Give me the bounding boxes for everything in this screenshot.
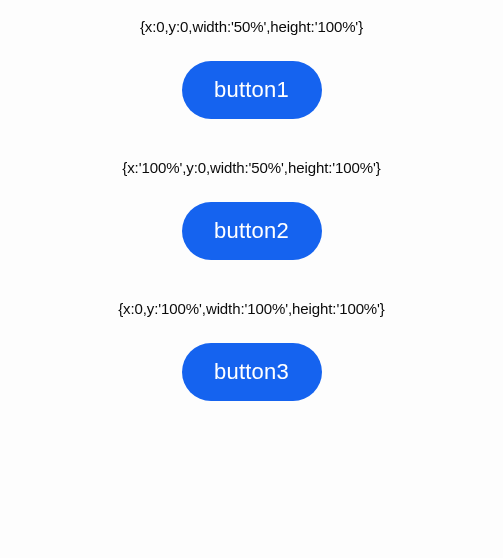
config-label-3: {x:0,y:'100%',width:'100%',height:'100%'… bbox=[118, 300, 385, 317]
config-label-1: {x:0,y:0,width:'50%',height:'100%'} bbox=[140, 18, 363, 35]
button-2[interactable]: button2 bbox=[182, 202, 322, 260]
config-label-2: {x:'100%',y:0,width:'50%',height:'100%'} bbox=[122, 159, 380, 176]
button-1[interactable]: button1 bbox=[182, 61, 322, 119]
button-3[interactable]: button3 bbox=[182, 343, 322, 401]
